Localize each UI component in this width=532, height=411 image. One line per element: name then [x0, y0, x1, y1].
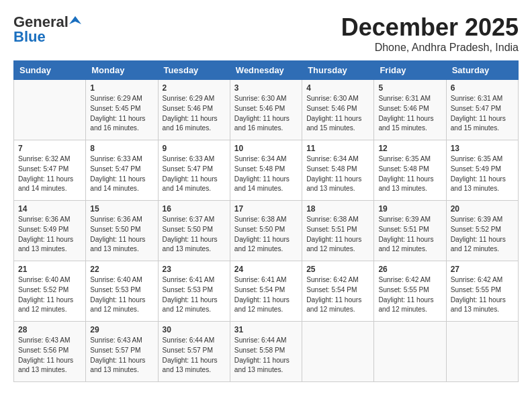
day-number: 19: [378, 204, 441, 214]
calendar-cell: 27Sunrise: 6:42 AM Sunset: 5:55 PM Dayli…: [446, 261, 518, 322]
calendar-cell: 7Sunrise: 6:32 AM Sunset: 5:47 PM Daylig…: [14, 140, 86, 201]
calendar-cell: 14Sunrise: 6:36 AM Sunset: 5:49 PM Dayli…: [14, 201, 86, 261]
day-info: Sunrise: 6:44 AM Sunset: 5:57 PM Dayligh…: [163, 336, 226, 375]
day-info: Sunrise: 6:41 AM Sunset: 5:53 PM Dayligh…: [163, 275, 226, 315]
calendar-week-row: 7Sunrise: 6:32 AM Sunset: 5:47 PM Daylig…: [14, 140, 519, 201]
calendar-cell: 1Sunrise: 6:29 AM Sunset: 5:45 PM Daylig…: [86, 80, 158, 140]
calendar-cell: 22Sunrise: 6:40 AM Sunset: 5:53 PM Dayli…: [86, 261, 158, 322]
day-number: 2: [163, 83, 226, 93]
calendar-cell: 5Sunrise: 6:31 AM Sunset: 5:46 PM Daylig…: [374, 80, 446, 140]
calendar-cell: 26Sunrise: 6:42 AM Sunset: 5:55 PM Dayli…: [374, 261, 446, 322]
day-info: Sunrise: 6:38 AM Sunset: 5:50 PM Dayligh…: [234, 215, 298, 255]
day-info: Sunrise: 6:42 AM Sunset: 5:55 PM Dayligh…: [451, 275, 514, 315]
day-number: 26: [378, 265, 441, 274]
calendar-cell: 23Sunrise: 6:41 AM Sunset: 5:53 PM Dayli…: [158, 261, 230, 322]
location: Dhone, Andhra Pradesh, India: [341, 42, 519, 54]
day-info: Sunrise: 6:30 AM Sunset: 5:46 PM Dayligh…: [306, 94, 369, 134]
svg-marker-0: [69, 16, 81, 24]
calendar-cell: 2Sunrise: 6:29 AM Sunset: 5:46 PM Daylig…: [158, 80, 230, 140]
calendar-cell: 30Sunrise: 6:44 AM Sunset: 5:57 PM Dayli…: [158, 322, 230, 382]
col-header-friday: Friday: [374, 61, 446, 80]
day-number: 12: [378, 144, 441, 153]
day-info: Sunrise: 6:31 AM Sunset: 5:46 PM Dayligh…: [378, 94, 441, 134]
day-number: 16: [163, 204, 226, 214]
day-number: 25: [306, 265, 369, 274]
calendar-cell: 20Sunrise: 6:39 AM Sunset: 5:52 PM Dayli…: [446, 201, 518, 261]
calendar-cell: 25Sunrise: 6:42 AM Sunset: 5:54 PM Dayli…: [302, 261, 374, 322]
calendar-cell: 19Sunrise: 6:39 AM Sunset: 5:51 PM Dayli…: [374, 201, 446, 261]
day-info: Sunrise: 6:35 AM Sunset: 5:49 PM Dayligh…: [451, 154, 514, 194]
day-info: Sunrise: 6:34 AM Sunset: 5:48 PM Dayligh…: [234, 154, 298, 194]
calendar-cell: 16Sunrise: 6:37 AM Sunset: 5:50 PM Dayli…: [158, 201, 230, 261]
calendar-cell: 11Sunrise: 6:34 AM Sunset: 5:48 PM Dayli…: [302, 140, 374, 201]
calendar-cell: [302, 322, 374, 382]
day-info: Sunrise: 6:29 AM Sunset: 5:45 PM Dayligh…: [90, 94, 153, 134]
calendar-week-row: 14Sunrise: 6:36 AM Sunset: 5:49 PM Dayli…: [14, 201, 519, 261]
day-info: Sunrise: 6:31 AM Sunset: 5:47 PM Dayligh…: [451, 94, 514, 134]
page-header: General Blue December 2025 Dhone, Andhra…: [13, 13, 519, 54]
day-number: 14: [18, 204, 81, 214]
day-number: 18: [306, 204, 369, 214]
day-number: 13: [451, 144, 514, 153]
day-info: Sunrise: 6:43 AM Sunset: 5:57 PM Dayligh…: [90, 336, 153, 375]
calendar-table: SundayMondayTuesdayWednesdayThursdayFrid…: [13, 60, 519, 382]
day-number: 30: [163, 325, 226, 334]
day-info: Sunrise: 6:37 AM Sunset: 5:50 PM Dayligh…: [163, 215, 226, 255]
day-info: Sunrise: 6:38 AM Sunset: 5:51 PM Dayligh…: [306, 215, 369, 255]
day-number: 22: [90, 265, 153, 274]
calendar-cell: [374, 322, 446, 382]
day-number: 3: [234, 83, 298, 93]
logo-bird-icon: [69, 15, 81, 27]
day-number: 11: [306, 144, 369, 153]
day-number: 24: [234, 265, 298, 274]
day-info: Sunrise: 6:30 AM Sunset: 5:46 PM Dayligh…: [234, 94, 298, 134]
day-number: 31: [234, 325, 298, 334]
col-header-tuesday: Tuesday: [158, 61, 230, 80]
day-info: Sunrise: 6:33 AM Sunset: 5:47 PM Dayligh…: [90, 154, 153, 194]
title-block: December 2025 Dhone, Andhra Pradesh, Ind…: [341, 13, 519, 54]
calendar-cell: 18Sunrise: 6:38 AM Sunset: 5:51 PM Dayli…: [302, 201, 374, 261]
day-info: Sunrise: 6:39 AM Sunset: 5:52 PM Dayligh…: [451, 215, 514, 255]
day-number: 8: [90, 144, 153, 153]
day-info: Sunrise: 6:40 AM Sunset: 5:53 PM Dayligh…: [90, 275, 153, 315]
day-number: 1: [90, 83, 153, 93]
calendar-cell: 3Sunrise: 6:30 AM Sunset: 5:46 PM Daylig…: [230, 80, 302, 140]
day-number: 20: [451, 204, 514, 214]
day-info: Sunrise: 6:44 AM Sunset: 5:58 PM Dayligh…: [234, 336, 298, 375]
calendar-header: SundayMondayTuesdayWednesdayThursdayFrid…: [14, 61, 519, 80]
day-number: 21: [18, 265, 81, 274]
calendar-cell: 24Sunrise: 6:41 AM Sunset: 5:54 PM Dayli…: [230, 261, 302, 322]
day-number: 28: [18, 325, 81, 334]
calendar-week-row: 28Sunrise: 6:43 AM Sunset: 5:56 PM Dayli…: [14, 322, 519, 382]
day-number: 6: [451, 83, 514, 93]
col-header-sunday: Sunday: [14, 61, 86, 80]
calendar-cell: 4Sunrise: 6:30 AM Sunset: 5:46 PM Daylig…: [302, 80, 374, 140]
day-number: 7: [18, 144, 81, 153]
day-info: Sunrise: 6:32 AM Sunset: 5:47 PM Dayligh…: [18, 154, 81, 194]
day-number: 15: [90, 204, 153, 214]
calendar-cell: 29Sunrise: 6:43 AM Sunset: 5:57 PM Dayli…: [86, 322, 158, 382]
calendar-week-row: 21Sunrise: 6:40 AM Sunset: 5:52 PM Dayli…: [14, 261, 519, 322]
calendar-cell: 8Sunrise: 6:33 AM Sunset: 5:47 PM Daylig…: [86, 140, 158, 201]
day-number: 5: [378, 83, 441, 93]
day-info: Sunrise: 6:43 AM Sunset: 5:56 PM Dayligh…: [18, 336, 81, 375]
calendar-cell: 6Sunrise: 6:31 AM Sunset: 5:47 PM Daylig…: [446, 80, 518, 140]
day-number: 9: [163, 144, 226, 153]
calendar-cell: 12Sunrise: 6:35 AM Sunset: 5:48 PM Dayli…: [374, 140, 446, 201]
calendar-cell: 9Sunrise: 6:33 AM Sunset: 5:47 PM Daylig…: [158, 140, 230, 201]
day-number: 29: [90, 325, 153, 334]
day-number: 4: [306, 83, 369, 93]
logo-blue: Blue: [13, 28, 46, 46]
day-info: Sunrise: 6:39 AM Sunset: 5:51 PM Dayligh…: [378, 215, 441, 255]
day-number: 27: [451, 265, 514, 274]
calendar-cell: 10Sunrise: 6:34 AM Sunset: 5:48 PM Dayli…: [230, 140, 302, 201]
calendar-cell: 21Sunrise: 6:40 AM Sunset: 5:52 PM Dayli…: [14, 261, 86, 322]
logo: General Blue: [13, 13, 81, 46]
calendar-cell: 28Sunrise: 6:43 AM Sunset: 5:56 PM Dayli…: [14, 322, 86, 382]
day-info: Sunrise: 6:35 AM Sunset: 5:48 PM Dayligh…: [378, 154, 441, 194]
day-number: 17: [234, 204, 298, 214]
calendar-cell: 17Sunrise: 6:38 AM Sunset: 5:50 PM Dayli…: [230, 201, 302, 261]
col-header-wednesday: Wednesday: [230, 61, 302, 80]
day-info: Sunrise: 6:42 AM Sunset: 5:55 PM Dayligh…: [378, 275, 441, 315]
day-info: Sunrise: 6:40 AM Sunset: 5:52 PM Dayligh…: [18, 275, 81, 315]
